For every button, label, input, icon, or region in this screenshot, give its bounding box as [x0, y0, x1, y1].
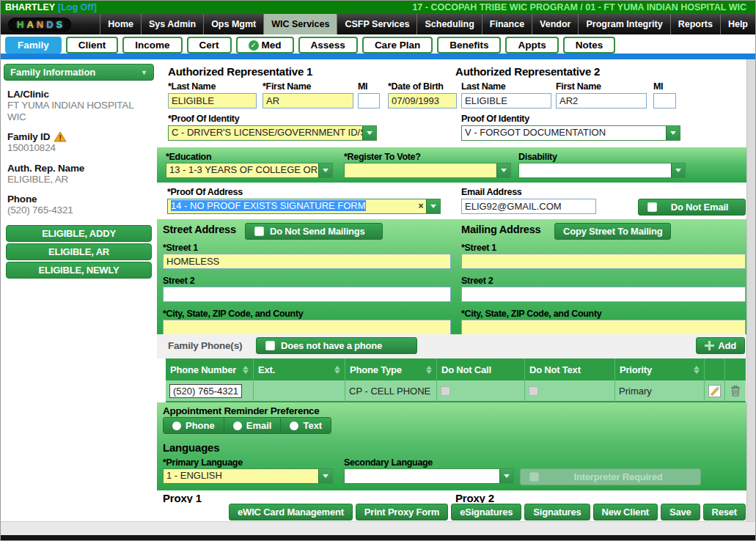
- tab-assess[interactable]: Assess: [298, 37, 358, 54]
- dropdown-arrow-icon[interactable]: [362, 126, 376, 140]
- menu-help[interactable]: Help: [720, 14, 755, 34]
- menu-finance[interactable]: Finance: [482, 14, 532, 34]
- ar1-dob-input[interactable]: [388, 93, 457, 108]
- col-phone-number[interactable]: Phone Number: [166, 358, 254, 380]
- reminder-email-radio[interactable]: Email: [224, 418, 282, 433]
- menu-csfp-services[interactable]: CSFP Services: [337, 14, 416, 34]
- no-phone-checkbox[interactable]: [265, 341, 275, 350]
- ar2-last-name-input[interactable]: [461, 93, 551, 108]
- ar1-first-name-input[interactable]: [263, 93, 353, 108]
- street2-input[interactable]: [163, 287, 451, 302]
- reminder-text-radio[interactable]: Text: [281, 418, 331, 433]
- menu-vendor[interactable]: Vendor: [532, 14, 578, 34]
- dropdown-arrow-icon[interactable]: [426, 199, 440, 213]
- tab-cert[interactable]: Cert: [187, 37, 232, 54]
- tab-med[interactable]: ✓Med: [236, 37, 294, 54]
- mailing-city-state-zip-input[interactable]: [461, 320, 746, 335]
- col-do-not-call: Do Not Call: [437, 358, 525, 380]
- sort-icon[interactable]: [423, 363, 432, 377]
- phone-number-cell[interactable]: (520) 765-4321: [169, 384, 242, 398]
- do-not-send-mailings-checkbox[interactable]: [254, 227, 264, 236]
- signatures-button[interactable]: Signatures: [524, 504, 590, 520]
- ar1-last-name-input[interactable]: [168, 93, 257, 108]
- register-vote-select[interactable]: [344, 163, 511, 178]
- ar2-proof-identity-select[interactable]: V - FORGOT DOCUMENTATION: [461, 125, 680, 141]
- copy-street-to-mailing-button[interactable]: Copy Street To Mailing: [554, 223, 671, 240]
- member-button-eligible-addy[interactable]: ELIGIBLE, ADDY: [6, 225, 152, 242]
- ar1-section-title: Authorized Representative 1: [168, 65, 312, 78]
- ewic-card-management-button[interactable]: eWIC Card Management: [229, 504, 353, 520]
- menu-wic-services[interactable]: WIC Services: [263, 14, 337, 34]
- family-information-header[interactable]: Family Information ▼: [4, 64, 154, 81]
- family-sidebar: Family Information ▼ LA/Clinic FT YUMA I…: [1, 59, 157, 521]
- dropdown-arrow-icon[interactable]: [496, 163, 510, 177]
- log-off-link[interactable]: [Log Off]: [58, 2, 97, 12]
- col-phone-type[interactable]: Phone Type: [345, 358, 437, 380]
- col-do-not-text: Do Not Text: [525, 358, 615, 380]
- ar2-first-name-input[interactable]: [556, 93, 647, 108]
- city-state-zip-input[interactable]: [163, 320, 451, 335]
- col-ext[interactable]: Ext.: [254, 358, 345, 380]
- delete-trash-icon[interactable]: [730, 385, 741, 397]
- mailing-street2-input[interactable]: [461, 287, 746, 302]
- languages-title: Languages: [163, 441, 219, 454]
- street1-input[interactable]: [163, 254, 451, 269]
- ar1-proof-identity-select[interactable]: C - DRIVER'S LICENSE/GOVERNMENT ID/S: [168, 125, 377, 141]
- tab-benefits[interactable]: Benefits: [437, 37, 501, 54]
- save-button[interactable]: Save: [661, 504, 700, 520]
- tab-income[interactable]: Income: [122, 37, 182, 54]
- tab-care-plan[interactable]: Care Plan: [362, 37, 433, 54]
- reminder-radio-group: Phone Email Text: [163, 417, 331, 434]
- tab-family[interactable]: Family: [5, 37, 62, 54]
- secondary-language-select[interactable]: [344, 468, 514, 484]
- interpreter-required-checkbox: [529, 472, 539, 482]
- dropdown-arrow-icon[interactable]: [671, 163, 685, 177]
- reset-button[interactable]: Reset: [703, 504, 746, 520]
- sort-icon[interactable]: [691, 363, 700, 377]
- sort-icon[interactable]: [331, 363, 340, 377]
- education-select[interactable]: 13 - 1-3 YEARS OF COLLEGE OR: [166, 163, 333, 178]
- disability-select[interactable]: [518, 163, 686, 178]
- chevron-down-icon: ▼: [141, 69, 147, 76]
- mailing-street1-input[interactable]: [461, 254, 746, 269]
- clear-icon[interactable]: ×: [416, 199, 426, 213]
- proof-address-combo[interactable]: 14 - NO PROOF EXISTS SIGNATURE FORM ×: [167, 199, 441, 214]
- secondary-language-label: Secondary Language: [344, 457, 433, 468]
- do-not-send-mailings-button[interactable]: Do Not Send Mailings: [245, 223, 383, 240]
- no-phone-button[interactable]: Does not have a phone: [256, 337, 417, 354]
- ar1-mi-input[interactable]: [358, 93, 380, 108]
- do-not-text-checkbox[interactable]: [529, 386, 538, 396]
- dropdown-arrow-icon[interactable]: [318, 469, 332, 483]
- dropdown-arrow-icon[interactable]: [318, 163, 332, 177]
- col-priority[interactable]: Priority: [615, 358, 705, 380]
- tab-appts[interactable]: Appts: [505, 37, 558, 54]
- menu-sys-admin[interactable]: Sys Admin: [141, 14, 203, 34]
- mailing-street1-label: *Street 1: [461, 243, 496, 253]
- esignatures-button[interactable]: eSignatures: [451, 504, 521, 520]
- menu-reports[interactable]: Reports: [670, 14, 720, 34]
- edit-icon[interactable]: [708, 385, 721, 397]
- new-client-button[interactable]: New Client: [593, 504, 658, 520]
- menu-ops-mgmt[interactable]: Ops Mgmt: [203, 14, 263, 34]
- tab-client[interactable]: Client: [66, 37, 119, 54]
- menu-scheduling[interactable]: Scheduling: [416, 14, 481, 34]
- menu-program-integrity[interactable]: Program Integrity: [578, 14, 669, 34]
- member-button-eligible-ar[interactable]: ELIGIBLE, AR: [6, 243, 152, 260]
- tab-notes[interactable]: Notes: [563, 37, 616, 54]
- ar2-mi-input[interactable]: [653, 93, 676, 108]
- primary-language-select[interactable]: 1 - ENGLISH: [163, 468, 333, 484]
- email-input[interactable]: [461, 199, 596, 214]
- do-not-email-button[interactable]: Do Not Email: [638, 199, 746, 216]
- menu-home[interactable]: Home: [100, 14, 141, 34]
- do-not-email-checkbox[interactable]: [647, 202, 657, 212]
- print-proxy-form-button[interactable]: Print Proxy Form: [356, 504, 448, 520]
- dropdown-arrow-icon[interactable]: [666, 126, 680, 140]
- member-button-eligible-newly[interactable]: ELIGIBLE, NEWLY: [6, 262, 152, 279]
- dropdown-arrow-icon[interactable]: [499, 469, 513, 483]
- add-phone-button[interactable]: Add: [696, 337, 745, 354]
- proof-address-label: *Proof Of Address: [167, 187, 243, 197]
- sort-icon[interactable]: [240, 363, 249, 377]
- radio-icon: [233, 422, 242, 430]
- reminder-phone-radio[interactable]: Phone: [164, 418, 224, 433]
- do-not-call-checkbox[interactable]: [441, 386, 450, 396]
